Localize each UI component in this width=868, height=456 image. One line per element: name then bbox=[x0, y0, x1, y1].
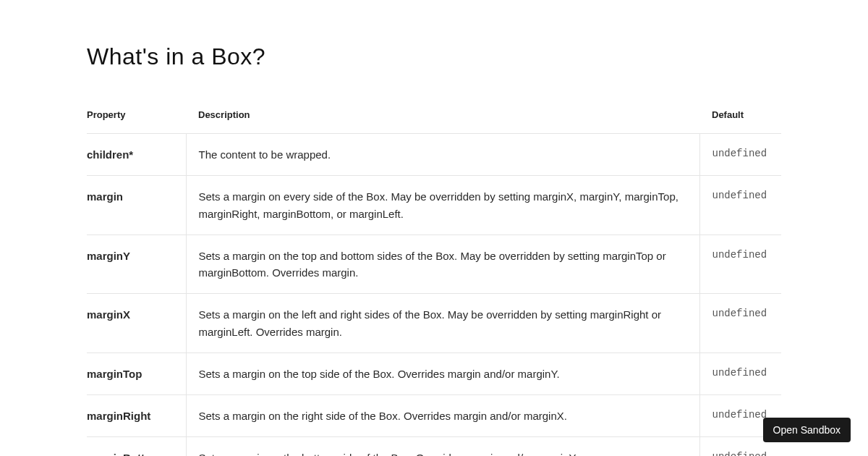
prop-description: Sets a margin on the left and right side… bbox=[186, 294, 699, 353]
prop-name: marginX bbox=[87, 294, 186, 353]
prop-name: marginY bbox=[87, 235, 186, 294]
table-row: marginY Sets a margin on the top and bot… bbox=[87, 235, 781, 294]
table-row: marginTop Sets a margin on the top side … bbox=[87, 352, 781, 394]
prop-name: marginRight bbox=[87, 395, 186, 437]
props-table: Property Description Default children* T… bbox=[87, 96, 781, 456]
prop-name: children* bbox=[87, 134, 186, 176]
table-header-row: Property Description Default bbox=[87, 96, 781, 134]
table-row: marginBottom Sets a margin on the bottom… bbox=[87, 437, 781, 456]
prop-description: Sets a margin on the top side of the Box… bbox=[186, 352, 699, 394]
prop-default: undefined bbox=[699, 176, 781, 235]
prop-name: marginTop bbox=[87, 352, 186, 394]
prop-default: undefined bbox=[699, 235, 781, 294]
prop-description: Sets a margin on the top and bottom side… bbox=[186, 235, 699, 294]
col-header-description: Description bbox=[186, 96, 699, 134]
table-row: marginRight Sets a margin on the right s… bbox=[87, 395, 781, 437]
table-row: margin Sets a margin on every side of th… bbox=[87, 176, 781, 235]
col-header-default: Default bbox=[699, 96, 781, 134]
prop-default: undefined bbox=[699, 294, 781, 353]
prop-description: Sets a margin on the right side of the B… bbox=[186, 395, 699, 437]
table-row: children* The content to be wrapped. und… bbox=[87, 134, 781, 176]
section-heading: What's in a Box? bbox=[87, 43, 781, 70]
open-sandbox-button[interactable]: Open Sandbox bbox=[763, 418, 851, 442]
prop-name: marginBottom bbox=[87, 437, 186, 456]
prop-default: undefined bbox=[699, 352, 781, 394]
col-header-property: Property bbox=[87, 96, 186, 134]
prop-description: The content to be wrapped. bbox=[186, 134, 699, 176]
table-row: marginX Sets a margin on the left and ri… bbox=[87, 294, 781, 353]
prop-default: undefined bbox=[699, 134, 781, 176]
prop-description: Sets a margin on the bottom side of the … bbox=[186, 437, 699, 456]
prop-name: margin bbox=[87, 176, 186, 235]
prop-description: Sets a margin on every side of the Box. … bbox=[186, 176, 699, 235]
